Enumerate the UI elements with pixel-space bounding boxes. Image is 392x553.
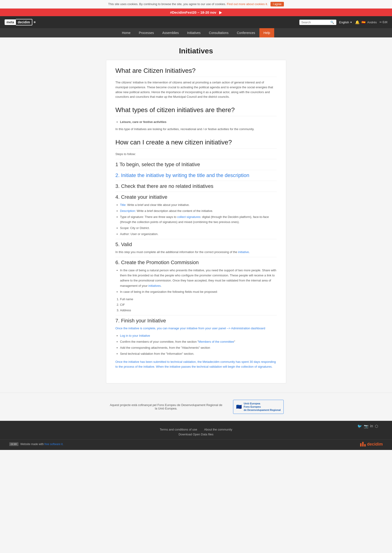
linkedin-icon[interactable]: in [370, 424, 373, 428]
list-item: In the case of being a natural person wh… [120, 268, 277, 288]
list-item: Author: User or organization. [120, 232, 277, 237]
footer-links-center: Terms and conditions of use About the co… [9, 425, 383, 439]
page-title-area: Initiatives [0, 37, 392, 60]
list-item: Scope: City or District. [120, 226, 277, 231]
list-item: Log in to your Initiative [120, 333, 277, 338]
step3-heading: 3. Check that there are no related initi… [115, 181, 277, 189]
footer-bottom-bar: CC BY Website made with free software it… [0, 439, 392, 450]
user-name: Andrés [367, 21, 377, 24]
footer-link-terms[interactable]: Terms and conditions of use [160, 428, 197, 431]
main-content: What are Citizen Initiatives? The citize… [106, 60, 286, 383]
decidim-logo-label: decidim [367, 442, 383, 447]
footer-eu: Aquest projecte està cofinançat pel Fons… [0, 393, 392, 421]
logo-dot [34, 21, 35, 23]
language-selector[interactable]: English ▼ [339, 21, 352, 24]
list-item: Description: Write a brief description a… [120, 208, 277, 213]
section-how-heading: How can I create a new citizen initiativ… [115, 139, 277, 149]
cookie-text: This site uses cookies. By continuing to… [108, 2, 226, 6]
logo-meta[interactable]: meta [5, 19, 16, 25]
page-title: Initiatives [5, 47, 387, 55]
festival-tag: #DecidimFest20 [170, 10, 196, 14]
step6-sublist: Full name CIF Address [120, 297, 277, 313]
footer-link-opendata[interactable]: Download Open Data files [179, 432, 213, 436]
list-item: Add the corresponding attachments, from … [120, 345, 277, 350]
eu-flag-icon: 🇪🇺 [236, 404, 242, 410]
list-item: Type of signature: There are three ways … [120, 214, 277, 225]
step4-list: Title: Write a brief and clear title abo… [120, 202, 277, 237]
section-what-are-body: The citizens' initiative is the interven… [115, 80, 277, 99]
type-item-label: Leisure, care or festive activities [120, 120, 167, 124]
step4-heading: 4. Create your initiative [115, 191, 277, 200]
step7-footer: Once the initiative has been submitted t… [115, 360, 277, 369]
section-types: What types of citizen initiatives are th… [115, 106, 277, 132]
eu-logo: 🇪🇺 Unió Europea Fons Europeu de Desenvol… [233, 400, 284, 414]
footer-eu-text: Aquest projecte està cofinançat pel Fons… [108, 403, 224, 410]
cookie-link[interactable]: Find out more about cookies it. [227, 2, 268, 6]
section-what-are-heading: What are Citizen Initiatives? [115, 67, 277, 77]
flag-icon: 🇪🇸 [362, 20, 365, 24]
step7-heading: 7. Finish your Initiative [115, 315, 277, 324]
footer-links-row1: Terms and conditions of use About the co… [9, 425, 383, 432]
footer-bottom-left: CC BY Website made with free software it… [9, 442, 63, 446]
decidim-bars-icon [360, 442, 366, 447]
step5-heading: 5. Valid [115, 239, 277, 248]
header: metadecidim 🔍 English ▼ 🔔 🇪🇸 Andrés ✏ Ed… [0, 16, 392, 28]
logo-decidim[interactable]: decidim [16, 19, 32, 25]
play-icon[interactable] [219, 11, 222, 14]
step7-list: Log in to your Initiative Confirm the me… [120, 333, 277, 356]
steps-intro: Steps to follow: [115, 152, 277, 157]
decidim-footer-logo: decidim [360, 442, 383, 447]
language-label: English [339, 21, 349, 24]
twitter-icon[interactable]: 🐦 [357, 424, 362, 428]
search-area: 🔍 [299, 20, 336, 25]
list-item: Full name [120, 297, 277, 302]
footer-links-wrap: Terms and conditions of use About the co… [0, 421, 392, 439]
nav-item-initiatives[interactable]: Initiatives [183, 28, 205, 37]
list-item: In case of being in the organization the… [120, 289, 277, 294]
footer-link-about[interactable]: About the community [204, 428, 232, 431]
cookie-banner: This site uses cookies. By continuing to… [0, 0, 392, 8]
step7-link-text: Once the initiative is complete, you can… [115, 326, 277, 331]
section-types-heading: What types of citizen initiatives are th… [115, 106, 277, 116]
list-item: Send technical validation from the "Info… [120, 351, 277, 356]
festival-banner: #DecidimFest20 – 18-20 nov [0, 8, 392, 16]
free-software-text: Website made with free software it. [20, 443, 63, 446]
list-item: Address [120, 308, 277, 313]
edit-button[interactable]: ✏ Edit [379, 21, 387, 24]
instagram-icon[interactable]: 📷 [364, 424, 368, 428]
list-item: Title: Write a brief and clear title abo… [120, 202, 277, 207]
nav-item-conferences[interactable]: Conferences [233, 28, 259, 37]
social-icons: 🐦 📷 in ⬡ [357, 424, 378, 428]
cookie-agree-button[interactable]: I agree [271, 2, 284, 7]
list-item: Confirm the members of your committee, f… [120, 339, 277, 344]
nav-bar: Home Processes Assemblies Initiatives Co… [0, 28, 392, 37]
nav-item-help[interactable]: Help [259, 28, 274, 37]
section-what-are: What are Citizen Initiatives? The citize… [115, 67, 277, 99]
step6-list: In the case of being a natural person wh… [120, 268, 277, 294]
header-icons: 🔔 🇪🇸 Andrés ✏ Edit [355, 20, 387, 24]
eu-logo-text: Unió Europea Fons Europeu de Desenvolupa… [244, 402, 281, 412]
chevron-down-icon: ▼ [350, 21, 352, 24]
github-icon[interactable]: ⬡ [375, 424, 378, 428]
festival-date: 18-20 nov [200, 10, 216, 14]
logo-area: metadecidim [5, 19, 35, 25]
footer-links-row2: Download Open Data files [9, 432, 383, 439]
section-types-body: In this type of Initiatives are looking … [115, 127, 277, 132]
step5-body: In this step you must complete all the a… [115, 250, 277, 255]
section-how-to-create: How can I create a new citizen initiativ… [115, 139, 277, 369]
free-software-link[interactable]: free software it. [45, 443, 63, 446]
notification-icon[interactable]: 🔔 [355, 20, 360, 24]
festival-separator: – [197, 10, 199, 14]
step6-heading: 6. Create the Promotion Commission [115, 257, 277, 266]
cc-license-icon: CC BY [9, 442, 19, 446]
search-button[interactable]: 🔍 [330, 21, 334, 24]
nav-item-processes[interactable]: Processes [135, 28, 158, 37]
step1-heading: 1 To begin, select the type of Initiativ… [115, 159, 277, 168]
nav-item-consultations[interactable]: Consultations [205, 28, 233, 37]
nav-item-home[interactable]: Home [118, 28, 135, 37]
step2-heading: 2. Initiate the initiative by writing th… [115, 170, 277, 178]
nav-item-assemblies[interactable]: Assemblies [158, 28, 183, 37]
list-item: CIF [120, 302, 277, 307]
search-input[interactable] [301, 21, 329, 24]
